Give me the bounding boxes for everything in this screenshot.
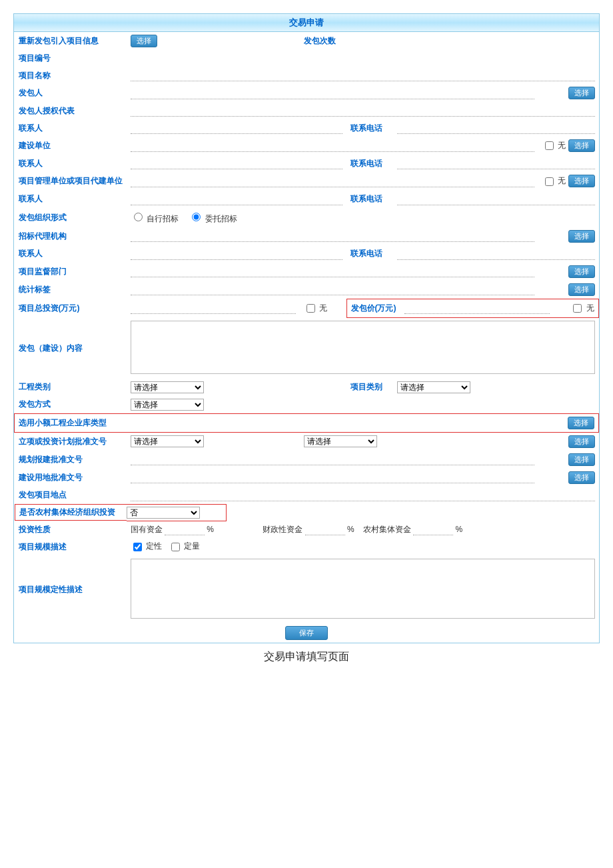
check-quantitative[interactable] <box>171 543 180 551</box>
check-qualitative[interactable] <box>133 543 142 551</box>
select-proj-type[interactable]: 请选择 <box>397 381 470 393</box>
self-bid-text: 自行招标 <box>147 214 179 223</box>
label-approval-doc: 立项或投资计划批准文号 <box>15 432 127 451</box>
input-proj-address[interactable] <box>131 489 595 501</box>
input-pm-phone[interactable] <box>397 193 595 205</box>
label-rural-collective: 是否农村集体经济组织投资 <box>19 507 115 517</box>
select-bid-agency-button[interactable]: 选择 <box>568 230 595 243</box>
pct-3: % <box>456 525 463 534</box>
select-small-enterprise-button[interactable]: 选择 <box>568 417 594 429</box>
select-approval-doc-1[interactable]: 请选择 <box>131 435 204 447</box>
transaction-apply-form: 交易申请 重新发包引入项目信息 选择 发包次数 项目编号 项目名称 发包人 选 <box>13 13 600 643</box>
input-build-unit[interactable] <box>131 140 534 152</box>
input-contract-price[interactable] <box>404 302 550 314</box>
select-pm-unit-button[interactable]: 选择 <box>568 175 595 187</box>
total-invest-none-checkbox[interactable] <box>306 304 315 313</box>
none-text-3: 无 <box>319 303 327 312</box>
label-proj-type: 项目类别 <box>346 379 393 396</box>
input-sender-auth[interactable] <box>131 105 595 117</box>
quantitative-text: 定量 <box>184 541 200 551</box>
input-sender-contact[interactable] <box>131 122 342 134</box>
pct-1: % <box>207 525 214 534</box>
label-fabao-count: 发包次数 <box>300 32 346 50</box>
radio-delegate-bid[interactable] <box>192 213 201 221</box>
select-approval-doc-button[interactable]: 选择 <box>568 435 595 448</box>
label-invest-nature: 投资性质 <box>15 521 127 538</box>
label-build-unit: 建设单位 <box>15 137 127 155</box>
state-fund-label: 国有资金 <box>131 525 163 534</box>
label-pm-unit: 项目管理单位或项目代建单位 <box>15 172 127 190</box>
contract-price-none-checkbox[interactable] <box>573 304 582 313</box>
select-land-approval-button[interactable]: 选择 <box>568 471 595 484</box>
input-supervision[interactable] <box>131 265 534 277</box>
select-sender-button[interactable]: 选择 <box>568 87 595 99</box>
label-sender-contact: 联系人 <box>15 119 127 137</box>
label-stat-tag: 统计标签 <box>15 281 127 299</box>
form-title: 交易申请 <box>14 14 599 32</box>
select-proj-class[interactable]: 请选择 <box>131 381 204 393</box>
select-plan-approval-button[interactable]: 选择 <box>568 453 595 466</box>
label-total-invest: 项目总投资(万元) <box>15 299 127 318</box>
input-build-phone[interactable] <box>397 157 595 169</box>
label-pm-phone: 联系电话 <box>346 191 393 208</box>
label-project-name: 项目名称 <box>15 67 127 84</box>
input-build-contact[interactable] <box>131 157 342 169</box>
textarea-build-content[interactable] <box>131 321 595 374</box>
save-button[interactable]: 保存 <box>285 626 328 640</box>
pm-unit-none-checkbox[interactable] <box>545 177 554 186</box>
pct-2: % <box>347 525 354 534</box>
input-fiscal-fund[interactable] <box>305 524 345 535</box>
form-table: 重新发包引入项目信息 选择 发包次数 项目编号 项目名称 发包人 选择 <box>14 32 599 643</box>
label-plan-approval: 规划报建批准文号 <box>15 451 127 469</box>
input-agency-phone[interactable] <box>397 248 595 260</box>
select-approval-doc-2[interactable]: 请选择 <box>304 435 377 447</box>
label-bid-agency: 招标代理机构 <box>15 227 127 245</box>
select-rural-collective[interactable]: 否 <box>127 507 200 519</box>
rural-fund-label: 农村集体资金 <box>363 525 411 534</box>
label-small-enterprise: 选用小额工程企业库类型 <box>15 413 127 432</box>
input-land-approval[interactable] <box>131 471 534 483</box>
select-supervision-button[interactable]: 选择 <box>568 265 595 278</box>
input-sender-phone[interactable] <box>397 122 595 134</box>
label-proj-class: 工程类别 <box>15 379 127 396</box>
label-build-contact: 联系人 <box>15 155 127 172</box>
label-agency-phone: 联系电话 <box>346 245 393 263</box>
select-reimport-button[interactable]: 选择 <box>131 35 157 47</box>
input-pm-contact[interactable] <box>131 193 342 205</box>
label-sender-auth: 发包人授权代表 <box>15 102 127 119</box>
qualitative-text: 定性 <box>146 541 162 551</box>
input-rural-fund[interactable] <box>413 524 453 535</box>
input-bid-agency[interactable] <box>131 230 534 242</box>
fiscal-fund-label: 财政性资金 <box>263 525 303 534</box>
label-build-phone: 联系电话 <box>346 155 393 172</box>
input-pm-unit[interactable] <box>131 175 534 187</box>
label-contract-price: 发包价(万元) <box>346 299 400 317</box>
none-text-1: 无 <box>558 141 566 150</box>
input-total-invest[interactable] <box>131 302 296 314</box>
label-scale-desc: 项目规模描述 <box>15 538 127 556</box>
input-plan-approval[interactable] <box>131 453 534 465</box>
input-stat-tag[interactable] <box>131 283 534 295</box>
page-caption: 交易申请填写页面 <box>13 650 600 664</box>
select-build-unit-button[interactable]: 选择 <box>568 139 595 152</box>
label-contract-method: 发包方式 <box>15 396 127 414</box>
label-sender-phone: 联系电话 <box>346 119 393 137</box>
input-agency-contact[interactable] <box>131 248 342 260</box>
label-sender: 发包人 <box>15 84 127 102</box>
select-stat-tag-button[interactable]: 选择 <box>568 283 595 296</box>
radio-self-bid[interactable] <box>134 213 143 221</box>
textarea-scale-qual-desc[interactable] <box>131 559 595 619</box>
none-text-2: 无 <box>558 176 566 185</box>
build-unit-none-checkbox[interactable] <box>545 141 554 150</box>
select-contract-method[interactable]: 请选择 <box>131 399 204 411</box>
label-org-form: 发包组织形式 <box>15 208 127 227</box>
label-project-no: 项目编号 <box>15 50 127 67</box>
input-sender[interactable] <box>131 87 534 99</box>
input-project-name[interactable] <box>131 69 595 81</box>
label-supervision: 项目监督部门 <box>15 263 127 281</box>
label-pm-contact: 联系人 <box>15 191 127 208</box>
none-text-4: 无 <box>586 303 594 312</box>
label-proj-address: 发包项目地点 <box>15 487 127 504</box>
contract-price-group: 发包价(万元) 无 <box>346 299 599 318</box>
input-state-fund[interactable] <box>165 524 205 535</box>
